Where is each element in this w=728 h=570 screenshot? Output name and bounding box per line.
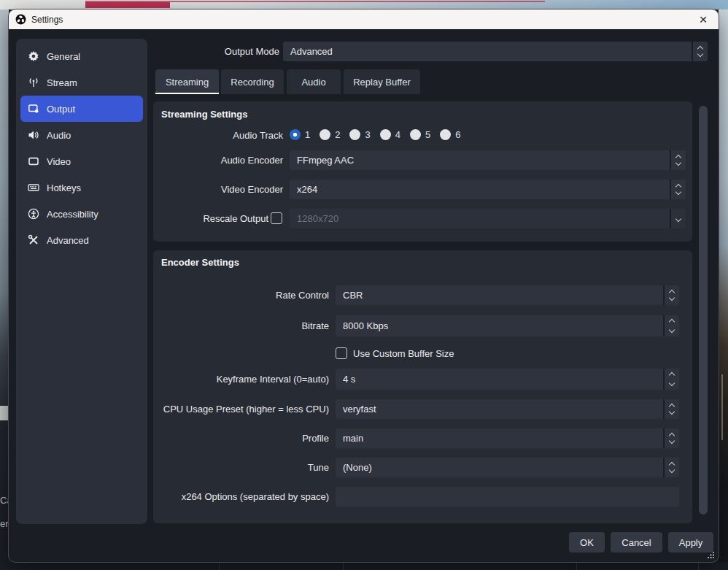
sidebar-item-label: Accessibility xyxy=(47,209,98,220)
video-encoder-select[interactable]: x264 xyxy=(290,180,686,199)
radio-label: 1 xyxy=(305,129,310,140)
use-custom-buffer-row[interactable]: Use Custom Buffer Size xyxy=(336,347,454,360)
background-text-fragment: Ca xyxy=(0,495,9,506)
background-highlight xyxy=(721,374,723,440)
tune-value: (None) xyxy=(343,462,372,473)
spinner-buttons[interactable] xyxy=(663,315,679,336)
tune-label: Tune xyxy=(153,458,329,477)
tab-audio[interactable]: Audio xyxy=(287,69,341,94)
apply-button[interactable]: Apply xyxy=(668,532,713,552)
section-title: Encoder Settings xyxy=(161,257,239,268)
tab-streaming[interactable]: Streaming xyxy=(155,69,219,94)
radio-track-1[interactable] xyxy=(290,129,301,140)
tab-replay-buffer[interactable]: Replay Buffer xyxy=(344,69,420,94)
x264-options-label: x264 Options (separated by space) xyxy=(153,487,329,507)
radio-label: 6 xyxy=(455,129,460,140)
radio-label: 5 xyxy=(425,129,430,140)
keyboard-icon xyxy=(27,182,39,194)
x264-options-input[interactable] xyxy=(336,487,679,507)
title-bar[interactable]: Settings × xyxy=(9,9,719,29)
rate-control-row: Rate Control CBR xyxy=(153,285,692,305)
spinner-buttons[interactable] xyxy=(663,369,679,390)
desktop-strip-top xyxy=(0,0,728,9)
background-light-patch xyxy=(0,406,9,420)
rescale-output-checkbox[interactable] xyxy=(271,212,282,224)
bitrate-label: Bitrate xyxy=(153,315,329,336)
tab-recording[interactable]: Recording xyxy=(221,69,284,94)
bitrate-spinbox[interactable]: 8000 Kbps xyxy=(336,315,679,336)
dock-divider xyxy=(576,562,577,570)
chevron-down-icon xyxy=(675,189,681,195)
settings-sidebar: General Stream Output Audio Video Hotkey… xyxy=(16,39,147,524)
keyframe-interval-spinbox[interactable]: 4 s xyxy=(336,369,679,390)
sidebar-item-output[interactable]: Output xyxy=(20,96,143,122)
tune-row: Tune (None) xyxy=(153,458,692,477)
radio-track-3[interactable] xyxy=(349,129,360,140)
tab-label: Audio xyxy=(301,77,325,88)
sidebar-item-video[interactable]: Video xyxy=(20,148,143,174)
resize-grip[interactable] xyxy=(708,552,714,558)
spinner-buttons[interactable] xyxy=(663,285,679,305)
tune-select[interactable]: (None) xyxy=(336,458,679,477)
rescale-resolution-value: 1280x720 xyxy=(297,213,338,224)
spinner-buttons[interactable] xyxy=(692,42,708,61)
video-encoder-row: Video Encoder x264 xyxy=(153,180,692,199)
rate-control-label: Rate Control xyxy=(153,285,329,305)
radio-track-4[interactable] xyxy=(380,129,391,140)
dialog-title: Settings xyxy=(31,15,63,25)
profile-row: Profile main xyxy=(153,428,692,448)
cancel-button[interactable]: Cancel xyxy=(611,532,662,552)
audio-track-label: Audio Track xyxy=(153,128,283,142)
vertical-scrollbar-thumb[interactable] xyxy=(699,106,708,515)
spinner-buttons xyxy=(670,209,686,228)
radio-track-5[interactable] xyxy=(410,129,421,140)
ok-button[interactable]: OK xyxy=(569,532,605,552)
sidebar-item-label: Audio xyxy=(47,130,71,141)
sidebar-item-advanced[interactable]: Advanced xyxy=(20,227,143,253)
rescale-resolution-select[interactable]: 1280x720 xyxy=(290,209,686,228)
radio-track-2[interactable] xyxy=(320,129,330,140)
spinner-buttons[interactable] xyxy=(663,428,679,448)
cpu-preset-row: CPU Usage Preset (higher = less CPU) ver… xyxy=(153,399,692,419)
chevron-down-icon xyxy=(675,215,681,221)
radio-label: 2 xyxy=(335,129,340,140)
cpu-preset-select[interactable]: veryfast xyxy=(336,399,679,419)
sidebar-item-hotkeys[interactable]: Hotkeys xyxy=(20,174,143,201)
chevron-up-icon xyxy=(669,319,675,325)
rescale-output-row: Rescale Output 1280x720 xyxy=(153,209,692,228)
sidebar-item-accessibility[interactable]: Accessibility xyxy=(20,201,143,227)
desktop-strip-bottom xyxy=(0,562,728,570)
audio-track-radios: 1 2 3 4 5 6 xyxy=(290,129,460,140)
spinner-buttons[interactable] xyxy=(670,150,686,170)
monitor-icon xyxy=(27,155,39,168)
output-icon xyxy=(27,103,39,115)
rate-control-value: CBR xyxy=(343,290,363,301)
background-text-fragment: er xyxy=(0,518,9,529)
spinner-buttons[interactable] xyxy=(663,399,679,419)
rate-control-select[interactable]: CBR xyxy=(336,285,679,305)
sidebar-item-stream[interactable]: Stream xyxy=(20,69,143,96)
close-button[interactable]: × xyxy=(688,9,719,29)
spinner-buttons[interactable] xyxy=(670,180,686,199)
tab-label: Recording xyxy=(231,77,274,88)
profile-select[interactable]: main xyxy=(336,428,679,448)
video-encoder-value: x264 xyxy=(297,184,317,195)
sidebar-item-label: Advanced xyxy=(47,235,89,246)
accessibility-icon xyxy=(27,208,39,220)
audio-encoder-select[interactable]: FFmpeg AAC xyxy=(290,150,686,170)
dock-divider xyxy=(343,562,344,570)
background-crimson-bar xyxy=(85,2,170,8)
output-mode-select[interactable]: Advanced xyxy=(283,42,708,61)
chevron-down-icon xyxy=(669,409,675,415)
spinner-buttons[interactable] xyxy=(663,458,679,477)
chevron-down-icon xyxy=(675,160,681,166)
keyframe-interval-label: Keyframe Interval (0=auto) xyxy=(153,369,329,390)
obs-logo-icon xyxy=(15,14,26,25)
sidebar-item-audio[interactable]: Audio xyxy=(20,122,143,148)
use-custom-buffer-checkbox[interactable] xyxy=(336,347,347,359)
profile-value: main xyxy=(343,433,363,444)
radio-track-6[interactable] xyxy=(440,129,451,140)
profile-label: Profile xyxy=(153,428,329,448)
audio-encoder-label: Audio Encoder xyxy=(153,150,283,170)
tab-label: Replay Buffer xyxy=(353,77,411,88)
